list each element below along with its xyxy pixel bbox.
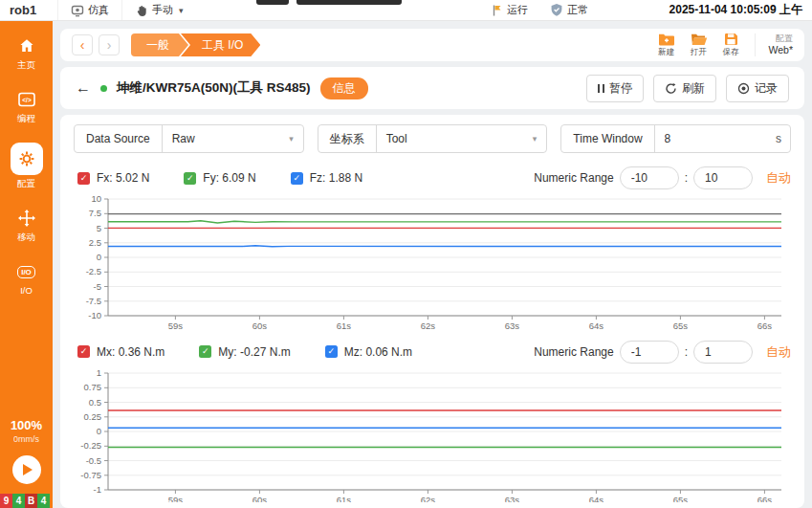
sidebar-item-move[interactable]: 移动 xyxy=(0,201,53,251)
robot-name: rob1 xyxy=(10,3,57,17)
svg-text:2.5: 2.5 xyxy=(89,237,101,248)
legend-fy[interactable]: ✓ Fy: 6.09 N xyxy=(184,171,255,185)
record-button[interactable]: 记录 xyxy=(726,75,789,102)
svg-text:65s: 65s xyxy=(673,495,689,503)
sidebar-item-label: I/O xyxy=(20,285,33,296)
save-file-button[interactable]: 保存 xyxy=(723,33,739,58)
info-button[interactable]: 信息 xyxy=(320,77,368,99)
data-source-group: Data Source Raw ▾ xyxy=(74,124,304,153)
new-file-button[interactable]: 新建 xyxy=(658,33,675,58)
legend-fy-label: Fy: 6.09 N xyxy=(203,171,255,185)
top-bar: rob1 仿真 手动 ▾ 运行 正常 2025-11-04 10:05:09 上… xyxy=(0,0,812,21)
check-icon: ✓ xyxy=(80,174,88,183)
online-dot-icon xyxy=(100,85,107,92)
force-auto-button[interactable]: 自动 xyxy=(766,169,791,187)
sidebar-item-home[interactable]: 主页 xyxy=(0,29,53,78)
chart-panel: Data Source Raw ▾ 坐标系 Tool ▾ xyxy=(60,115,804,508)
pause-icon xyxy=(598,84,605,93)
legend-mx-label: Mx: 0.36 N.m xyxy=(97,345,165,359)
legend-my-label: My: -0.27 N.m xyxy=(218,345,290,359)
svg-text:</>: </> xyxy=(22,97,32,103)
checkbox-my[interactable]: ✓ xyxy=(199,345,211,358)
svg-text:-5: -5 xyxy=(94,281,101,292)
check-icon: ✓ xyxy=(187,174,194,183)
tab-label: 一般 xyxy=(146,37,169,54)
time-window-label: Time Window xyxy=(561,125,654,152)
force-chart[interactable]: 107.552.50-2.5-5-7.5-1059s60s61s62s63s64… xyxy=(74,193,789,329)
torque-chart[interactable]: 10.750.50.250-0.25-0.5-0.75-159s60s61s62… xyxy=(74,367,789,503)
force-range-min-input[interactable] xyxy=(620,166,679,189)
record-label: 记录 xyxy=(755,80,778,97)
nav-forward-button[interactable]: › xyxy=(99,34,120,55)
mode-dropdown[interactable]: 手动 ▾ xyxy=(121,0,196,20)
tab-general[interactable]: 一般 xyxy=(131,33,188,56)
indicator-badge[interactable]: 4 xyxy=(12,494,25,508)
indicator-badge[interactable]: 9 xyxy=(0,494,12,508)
new-folder-icon xyxy=(658,33,675,46)
svg-text:-0.75: -0.75 xyxy=(80,469,101,479)
checkbox-fy[interactable]: ✓ xyxy=(184,172,196,185)
hand-icon xyxy=(135,4,148,17)
torque-range-max-input[interactable] xyxy=(693,341,753,364)
back-arrow-button[interactable]: ← xyxy=(76,80,91,96)
sidebar-item-io[interactable]: I/O I/O xyxy=(0,254,53,302)
status-indicators: 9 4 B 4 xyxy=(0,494,53,508)
legend-my[interactable]: ✓ My: -0.27 N.m xyxy=(199,345,290,359)
svg-text:63s: 63s xyxy=(505,320,520,329)
simulation-toggle[interactable]: 仿真 xyxy=(57,0,121,20)
torque-range-label: Numeric Range xyxy=(534,345,613,359)
time-window-input[interactable] xyxy=(655,125,767,152)
svg-text:-0.5: -0.5 xyxy=(86,454,101,465)
play-icon xyxy=(23,464,33,475)
data-source-select[interactable]: Raw ▾ xyxy=(163,125,303,152)
svg-text:7.5: 7.5 xyxy=(89,208,101,218)
refresh-button[interactable]: 刷新 xyxy=(653,75,716,102)
legend-fz[interactable]: ✓ Fz: 1.88 N xyxy=(291,171,362,185)
svg-text:-7.5: -7.5 xyxy=(86,296,101,306)
svg-text:-1: -1 xyxy=(94,484,101,495)
code-icon: </> xyxy=(17,90,36,109)
coordinate-group: 坐标系 Tool ▾ xyxy=(318,124,548,153)
speed-percent: 100% xyxy=(11,418,42,432)
tab-tool-io[interactable]: 工具 I/O xyxy=(181,33,260,56)
legend-fz-label: Fz: 1.88 N xyxy=(310,171,362,185)
svg-text:61s: 61s xyxy=(337,320,352,329)
svg-text:5: 5 xyxy=(97,223,101,233)
sidebar-item-label: 配置 xyxy=(17,178,35,190)
svg-text:59s: 59s xyxy=(168,495,184,503)
top-dark-tabs xyxy=(256,0,402,5)
legend-fx[interactable]: ✓ Fx: 5.02 N xyxy=(77,171,149,185)
torque-range-min-input[interactable] xyxy=(620,341,679,364)
checkbox-fz[interactable]: ✓ xyxy=(291,172,303,185)
force-range-max-input[interactable] xyxy=(693,166,753,189)
checkbox-fx[interactable]: ✓ xyxy=(77,172,90,185)
health-status[interactable]: 正常 xyxy=(538,0,601,20)
pause-button[interactable]: 暂停 xyxy=(586,75,645,102)
sidebar-item-config[interactable]: 配置 xyxy=(0,136,53,197)
legend-mx[interactable]: ✓ Mx: 0.36 N.m xyxy=(77,345,165,359)
legend-fx-label: Fx: 5.02 N xyxy=(97,171,149,185)
svg-text:0: 0 xyxy=(97,252,101,262)
legend-mz[interactable]: ✓ Mz: 0.06 N.m xyxy=(325,345,412,359)
main-area: ‹ › 一般 工具 I/O 新建 打开 xyxy=(53,21,812,508)
sidebar-item-program[interactable]: </> 编程 xyxy=(0,82,53,132)
config-web-indicator: 配置 Web* xyxy=(755,33,794,56)
sidebar-item-label: 编程 xyxy=(17,113,35,125)
checkbox-mx[interactable]: ✓ xyxy=(77,345,90,358)
speed-control[interactable]: 100% 0mm/s xyxy=(11,418,42,444)
range-separator: : xyxy=(685,171,688,185)
run-status[interactable]: 运行 xyxy=(478,0,540,20)
play-button[interactable] xyxy=(12,455,41,484)
svg-text:66s: 66s xyxy=(757,320,773,329)
nav-back-button[interactable]: ‹ xyxy=(72,34,93,55)
torque-auto-button[interactable]: 自动 xyxy=(766,343,791,361)
record-icon xyxy=(737,82,750,95)
svg-text:60s: 60s xyxy=(252,495,268,503)
indicator-badge[interactable]: 4 xyxy=(37,494,50,508)
check-icon: ✓ xyxy=(80,347,88,356)
checkbox-mz[interactable]: ✓ xyxy=(325,345,338,358)
open-file-button[interactable]: 打开 xyxy=(691,33,708,58)
open-folder-icon xyxy=(691,33,708,46)
indicator-badge[interactable]: B xyxy=(25,494,37,508)
coordinate-select[interactable]: Tool ▾ xyxy=(377,125,547,152)
